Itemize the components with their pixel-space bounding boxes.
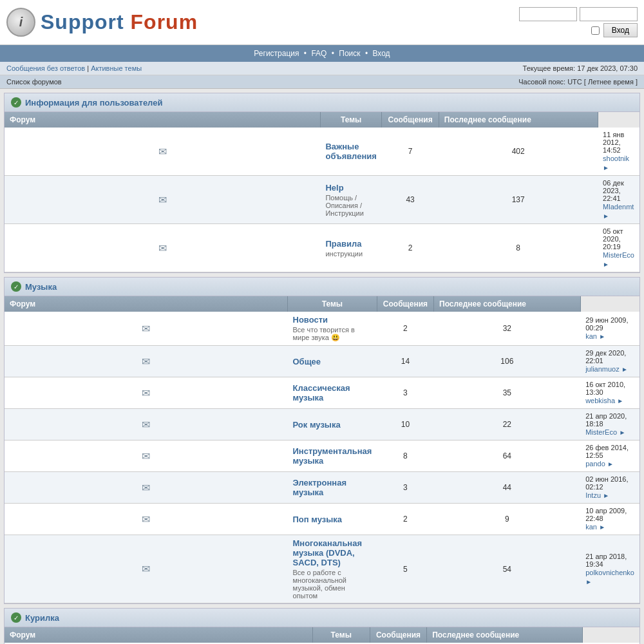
icon-cell: ✉ [5, 346, 288, 377]
section-info: ✓ Информация для пользователей Форум Тем… [4, 93, 640, 273]
table-row: ✉ Рок музыка 10 22 21 апр 2020, 18:18 Mi… [5, 409, 639, 440]
nav-login[interactable]: Вход [372, 49, 390, 58]
topics-count: 43 [382, 176, 439, 224]
messages-count: 35 [434, 377, 581, 409]
last-post-user[interactable]: Intzu [585, 491, 601, 499]
view-last-post-link[interactable]: ► [603, 164, 609, 171]
icon-cell: ✉ [5, 224, 320, 272]
forum-name-link[interactable]: Рок музыка [293, 420, 372, 430]
no-post-icon: ✉ [142, 451, 150, 462]
nav-register[interactable]: Регистрация [254, 49, 299, 58]
messages-count: 22 [434, 409, 581, 440]
check-icon: ✓ [11, 612, 21, 623]
table-row: ✉ Важные объявления 7 402 11 янв 2012, 1… [5, 128, 639, 176]
no-post-icon: ✉ [142, 514, 150, 525]
forum-desc: Все что творится в мире звука 😃 [293, 326, 372, 342]
last-post-user[interactable]: MisterEco [585, 428, 617, 436]
table-row: ✉ Поп музыка 2 9 10 апр 2009, 22:48 kan … [5, 504, 639, 535]
check-icon: ✓ [11, 281, 21, 292]
messages-count: 402 [439, 128, 598, 176]
forum-cell: Новости Все что творится в мире звука 😃 [288, 312, 377, 346]
view-last-post-link[interactable]: ► [599, 524, 605, 531]
last-post-cell: 21 апр 2020, 18:18 MisterEco ► [580, 409, 639, 440]
section-header-info: ✓ Информация для пользователей [5, 93, 639, 112]
nav-sep2: • [332, 49, 337, 58]
forum-name-link[interactable]: Электронная музыка [293, 478, 372, 497]
view-last-post-link[interactable]: ► [619, 429, 625, 436]
th-last: Последнее сообщение [427, 627, 583, 643]
last-post-user[interactable]: pando [585, 460, 605, 468]
last-post-time: 06 дек 2023, 22:41 [603, 179, 634, 202]
table-row: ✉ Общее 14 106 29 дек 2020, 22:01 julian… [5, 346, 639, 377]
view-last-post-link[interactable]: ► [603, 492, 609, 499]
last-post-time: 02 июн 2016, 02:12 [585, 475, 634, 491]
th-messages: Сообщения [377, 296, 433, 312]
table-row: ✉ Инструментальная музыка 8 64 26 фев 20… [5, 440, 639, 472]
last-post-user[interactable]: kan [585, 332, 597, 340]
last-post-cell: 11 янв 2012, 14:52 shootnik ► [598, 128, 639, 176]
forum-name-link[interactable]: Общее [293, 357, 372, 366]
no-post-icon: ✉ [158, 194, 167, 205]
view-last-post-link[interactable]: ► [603, 261, 609, 268]
forum-name-link[interactable]: Важные объявления [325, 142, 376, 161]
last-post-user[interactable]: webkisha [585, 397, 615, 404]
username-input[interactable] [519, 7, 577, 21]
remember-checkbox[interactable] [591, 26, 600, 35]
icon-cell: ✉ [5, 409, 288, 440]
no-post-icon: ✉ [142, 388, 150, 399]
section-title-info[interactable]: Информация для пользователей [25, 98, 162, 108]
password-input[interactable] [580, 7, 638, 21]
logo-text: Support Forum [41, 10, 198, 34]
check-icon: ✓ [11, 97, 21, 108]
forum-list-label: Список форумов [6, 78, 62, 86]
forum-name-link[interactable]: Help [325, 183, 376, 193]
sections-container: ✓ Информация для пользователей Форум Тем… [0, 93, 644, 644]
last-post-time: 26 фев 2014, 12:55 [585, 444, 634, 459]
nav-faq[interactable]: FAQ [311, 49, 327, 58]
last-post-user[interactable]: julianmuoz [585, 365, 620, 373]
nav-search[interactable]: Поиск [339, 49, 360, 58]
th-forum: Форум [5, 112, 320, 128]
view-last-post-link[interactable]: ► [603, 213, 609, 220]
active-topics-link[interactable]: Активные темы [91, 64, 142, 72]
forum-desc: инструкции [325, 250, 376, 258]
section-title-kurилка[interactable]: Курилка [25, 613, 59, 623]
view-last-post-link[interactable]: ► [617, 397, 623, 404]
forum-cell: Многоканальная музыка (DVDA, SACD, DTS) … [288, 535, 377, 603]
last-post-cell: 21 апр 2018, 19:34 polkovnichenko ► [580, 535, 639, 603]
forum-name-link[interactable]: Инструментальная музыка [293, 446, 372, 466]
last-post-user[interactable]: kan [585, 523, 597, 531]
forum-name-link[interactable]: Новости [293, 315, 372, 325]
last-post-user[interactable]: polkovnichenko [585, 569, 634, 576]
no-post-icon: ✉ [158, 146, 167, 157]
messages-count: 9 [434, 504, 581, 535]
forum-name-link[interactable]: Многоканальная музыка (DVDA, SACD, DTS) [293, 538, 372, 567]
table-row: ✉ Новости Все что творится в мире звука … [5, 312, 639, 346]
topics-count: 3 [377, 377, 433, 409]
view-last-post-link[interactable]: ► [599, 333, 605, 340]
view-last-post-link[interactable]: ► [585, 578, 592, 585]
topics-count: 3 [377, 472, 433, 504]
forum-name-link[interactable]: Правила [325, 239, 376, 249]
view-last-post-link[interactable]: ► [607, 460, 614, 468]
login-button[interactable]: Вход [603, 23, 638, 37]
forum-name-link[interactable]: Классическая музыка [293, 383, 372, 402]
forum-cell: Инструментальная музыка [288, 440, 377, 472]
last-post-user[interactable]: MisterEco [603, 251, 634, 259]
messages-count: 54 [434, 535, 581, 603]
last-post-time: 16 окт 2010, 13:30 [585, 381, 634, 396]
view-last-post-link[interactable]: ► [621, 366, 628, 373]
section-title-music[interactable]: Музыка [25, 282, 57, 292]
topics-count: 7 [382, 128, 439, 176]
infobar-right: Текущее время: 17 дек 2023, 07:30 [523, 64, 638, 72]
last-post-user[interactable]: Mladenmt [603, 203, 634, 211]
table-row: ✉ Электронная музыка 3 44 02 июн 2016, 0… [5, 472, 639, 504]
no-post-icon: ✉ [142, 356, 150, 367]
th-topics: Темы [320, 112, 381, 128]
last-post-user[interactable]: shootnik [603, 155, 629, 162]
forum-name-link[interactable]: Поп музыка [293, 515, 372, 524]
icon-cell: ✉ [5, 176, 320, 224]
table-row: ✉ Многоканальная музыка (DVDA, SACD, DTS… [5, 535, 639, 603]
no-replies-link[interactable]: Сообщения без ответов [6, 64, 85, 72]
forum-desc: Помощь / Описания / Инструкции [325, 194, 376, 217]
